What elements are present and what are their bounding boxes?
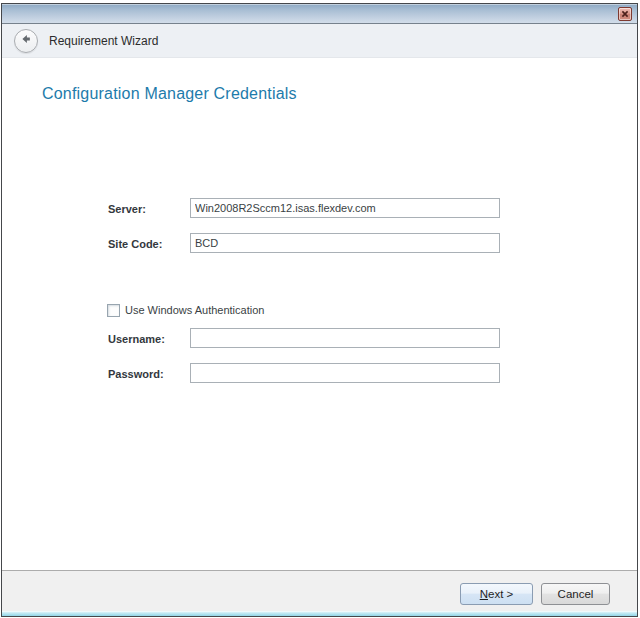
wizard-title: Requirement Wizard (49, 34, 158, 48)
titlebar[interactable] (2, 4, 637, 24)
wizard-page: Configuration Manager Credentials Server… (2, 58, 637, 570)
next-button[interactable]: Next > (460, 583, 533, 605)
username-input[interactable] (190, 328, 500, 348)
password-label: Password: (108, 364, 188, 384)
server-label: Server: (108, 199, 188, 219)
site-code-label: Site Code: (108, 234, 188, 254)
arrow-left-icon (19, 32, 33, 50)
wizard-window: Requirement Wizard Configuration Manager… (1, 3, 638, 617)
back-button[interactable] (14, 29, 38, 53)
next-button-rest: ext > (488, 588, 513, 600)
next-button-mnemonic: N (480, 588, 488, 600)
site-code-input[interactable] (190, 233, 500, 253)
cancel-button[interactable]: Cancel (541, 583, 610, 605)
windows-auth-checkbox[interactable] (107, 304, 120, 317)
cancel-button-label: Cancel (558, 588, 594, 600)
close-button[interactable] (618, 7, 632, 21)
window-bottom-accent (2, 611, 637, 616)
password-input[interactable] (190, 363, 500, 383)
page-title: Configuration Manager Credentials (42, 85, 297, 103)
wizard-header: Requirement Wizard (2, 24, 637, 58)
server-input[interactable] (190, 198, 500, 218)
screen: Requirement Wizard Configuration Manager… (0, 0, 640, 618)
wizard-footer: Next > Cancel (2, 570, 637, 611)
close-icon (621, 10, 629, 18)
username-label: Username: (108, 329, 188, 349)
windows-auth-label[interactable]: Use Windows Authentication (125, 303, 264, 318)
